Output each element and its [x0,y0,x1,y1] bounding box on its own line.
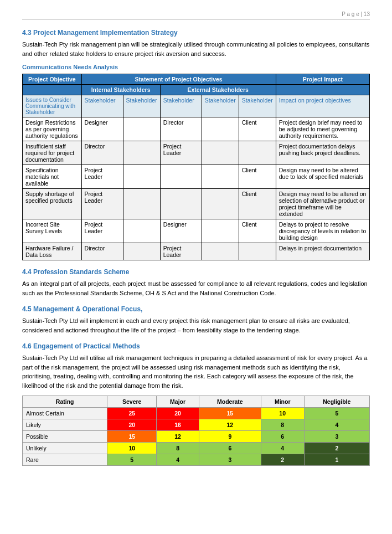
section-45-body: Sustain-Tech Pty Ltd will implement in e… [22,316,370,335]
matrix-cell: 20 [107,419,157,431]
section-44-body: As an integral part of all projects, eac… [22,279,370,297]
matrix-cell: 4 [304,419,369,431]
th-statement: Statement of Project Objectives [81,74,276,85]
matrix-row-label: Rare [23,454,107,466]
th-internal: Internal Stakeholders [81,85,160,95]
issues-obj: Issues to Consider Communicating with St… [23,95,82,117]
th-empty [23,85,82,95]
section-44-title: 4.4 Profession Standards Scheme [22,268,370,276]
section-43-body: Sustain-Tech Pty risk management plan wi… [22,40,370,58]
issues-int2: Stakeholder [123,95,160,117]
issues-ext2: Stakeholder [202,95,239,117]
risk-matrix-table: RatingSevereMajorModerateMinorNegligible… [22,396,370,466]
issues-ext1: Stakeholder [160,95,202,117]
matrix-cell: 10 [261,408,304,419]
matrix-col-header: Minor [261,396,304,408]
matrix-row-label: Unlikely [23,443,107,454]
matrix-cell: 20 [157,408,199,419]
matrix-col-header: Rating [23,396,107,408]
matrix-cell: 8 [157,443,199,454]
matrix-cell: 1 [304,454,369,466]
th-external: External Stakeholders [160,85,276,95]
section-43: 4.3 Project Management Implementation St… [22,29,370,58]
matrix-col-header: Moderate [199,396,261,408]
matrix-cell: 12 [157,431,199,443]
page-header: P a g e | 13 [22,11,370,20]
section-46-body: Sustain-Tech Pty Ltd will utilise all ri… [22,353,370,390]
matrix-row-label: Possible [23,431,107,443]
matrix-cell: 2 [304,443,369,454]
matrix-col-header: Severe [107,396,157,408]
table-row: Insufficient staff required for project … [23,141,370,165]
matrix-row: Almost Certain252015105 [23,408,370,419]
section-45: 4.5 Management & Operational Focus, Sust… [22,305,370,335]
section-43-title: 4.3 Project Management Implementation St… [22,29,370,37]
matrix-cell: 16 [157,419,199,431]
matrix-row: Possible1512963 [23,431,370,443]
matrix-cell: 3 [199,454,261,466]
matrix-row: Rare54321 [23,454,370,466]
issues-impact: Impact on project objectives [276,95,369,117]
matrix-cell: 3 [304,431,369,443]
matrix-cell: 25 [107,408,157,419]
matrix-cell: 6 [199,443,261,454]
matrix-cell: 6 [261,431,304,443]
table-row: Hardware Failure / Data LossDirectorProj… [23,243,370,260]
matrix-cell: 8 [261,419,304,431]
section-44: 4.4 Profession Standards Scheme As an in… [22,268,370,297]
risk-table: Project Objective Statement of Project O… [22,74,370,260]
matrix-cell: 12 [199,419,261,431]
matrix-cell: 4 [157,454,199,466]
matrix-cell: 15 [107,431,157,443]
section-46: 4.6 Engagement of Practical Methods Sust… [22,342,370,390]
matrix-row-label: Almost Certain [23,408,107,419]
table-row: Specification materials not availablePro… [23,165,370,189]
table-row: Supply shortage of specified productsPro… [23,189,370,219]
matrix-col-header: Major [157,396,199,408]
matrix-cell: 15 [199,408,261,419]
th-impact: Project Impact [276,74,369,85]
comm-needs-label: Communications Needs Analysis [22,64,370,70]
table-row: Design Restrictions as per governing aut… [23,117,370,141]
section-45-title: 4.5 Management & Operational Focus, [22,305,370,313]
section-46-title: 4.6 Engagement of Practical Methods [22,342,370,350]
matrix-col-header: Negligible [304,396,369,408]
matrix-cell: 10 [107,443,157,454]
issues-int1: Stakeholder [81,95,123,117]
matrix-cell: 2 [261,454,304,466]
issues-ext3: Stakeholder [239,95,276,117]
th-project-obj: Project Objective [23,74,82,85]
page-number: P a g e | 13 [342,11,370,17]
matrix-row: Likely20161284 [23,419,370,431]
table-row: Incorrect Site Survey LevelsProject Lead… [23,219,370,243]
matrix-cell: 5 [107,454,157,466]
th-impact2 [276,85,369,95]
matrix-cell: 4 [261,443,304,454]
matrix-cell: 9 [199,431,261,443]
matrix-row: Unlikely108642 [23,443,370,454]
matrix-cell: 5 [304,408,369,419]
matrix-row-label: Likely [23,419,107,431]
